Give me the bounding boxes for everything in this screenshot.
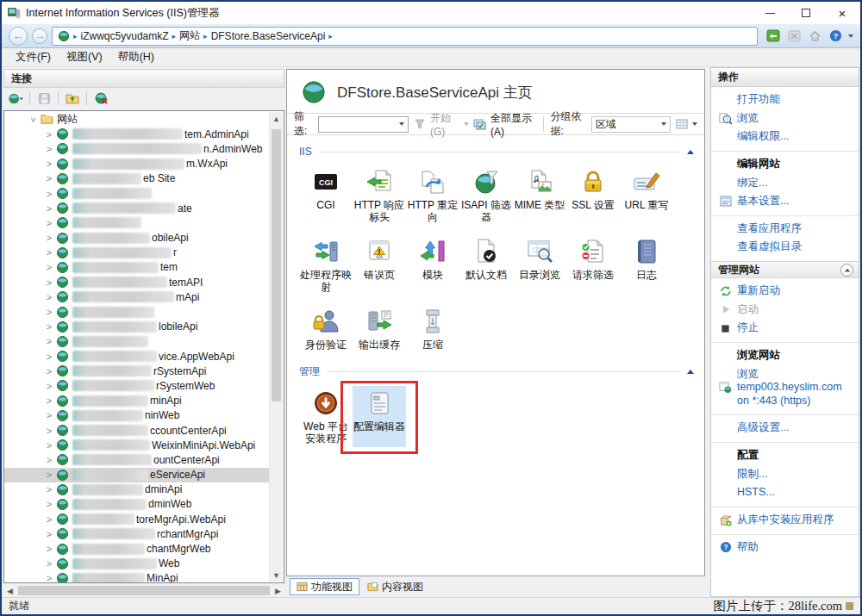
tree-site-item[interactable]: >dminWeb [4, 497, 269, 512]
breadcrumb-segment[interactable]: DFStore.BaseServiceApi [211, 30, 326, 42]
action-item[interactable]: 查看应用程序 [711, 220, 859, 239]
maximize-button[interactable] [788, 2, 824, 24]
expand-twisty-icon[interactable]: > [44, 336, 54, 346]
action-item[interactable]: 浏览 [711, 109, 859, 128]
save-connections-icon[interactable] [35, 90, 53, 106]
expand-twisty-icon[interactable]: > [44, 366, 54, 376]
tree-site-item[interactable]: >mApi [4, 289, 269, 304]
tree-site-item[interactable]: > [4, 215, 269, 230]
expand-twisty-icon[interactable]: > [44, 395, 54, 406]
help-toolbar-icon[interactable]: ? [828, 29, 843, 43]
feature-logging[interactable]: 日志 [620, 234, 673, 296]
tab-features-view[interactable]: 功能视图 [290, 578, 359, 595]
tree-site-item[interactable]: >minApi [4, 394, 269, 408]
menu-item[interactable]: 帮助(H) [111, 48, 161, 66]
back-button[interactable]: ← [9, 27, 28, 46]
expand-twisty-icon[interactable]: > [44, 381, 54, 391]
feature-http-redirect[interactable]: HTTP 重定向 [406, 165, 459, 226]
close-button[interactable]: × [824, 2, 860, 24]
action-item[interactable]: 停止 [711, 319, 859, 338]
feature-mime-types[interactable]: MIME 类型 [513, 165, 566, 226]
expand-twisty-icon[interactable]: > [44, 144, 54, 154]
expand-twisty-icon[interactable]: > [44, 277, 54, 288]
expand-twisty-icon[interactable]: > [44, 484, 54, 495]
expand-twisty-icon[interactable]: > [44, 558, 54, 569]
feature-modules[interactable]: 模块 [406, 234, 459, 296]
expand-twisty-icon[interactable]: > [44, 321, 54, 332]
feature-configuration-editor[interactable]: 配置编辑器 [353, 386, 406, 447]
action-item[interactable]: 限制... [711, 465, 859, 484]
webpi-toolbar-icon[interactable] [765, 29, 781, 43]
menu-item[interactable]: 视图(V) [59, 48, 109, 66]
feature-error-pages[interactable]: 404错误页 [353, 234, 406, 296]
tree-site-item[interactable]: >ccountCenterApi [4, 423, 269, 438]
action-item[interactable]: 启动 [711, 301, 859, 320]
action-item[interactable]: 绑定... [711, 174, 859, 193]
expand-twisty-icon[interactable]: > [44, 129, 54, 140]
action-item[interactable]: 查看虚拟目录 [711, 238, 859, 257]
action-item[interactable]: HSTS... [711, 483, 859, 502]
tree-site-item[interactable]: >n.AdminWeb [4, 141, 269, 156]
expand-twisty-icon[interactable]: > [44, 455, 54, 465]
action-item[interactable]: 浏览 temp003.heyslim.com on *:443 (https) [711, 365, 859, 411]
action-item[interactable]: 编辑权限... [711, 128, 859, 146]
action-item[interactable]: 打开功能 [711, 90, 859, 109]
expand-twisty-icon[interactable]: > [44, 262, 54, 272]
expand-twisty-icon[interactable]: > [44, 292, 54, 302]
feature-url-rewrite[interactable]: URL 重写 [620, 165, 673, 226]
feature-handler-mappings[interactable]: 处理程序映射 [299, 234, 353, 296]
tree-site-item[interactable]: >ate [4, 201, 269, 215]
collapse-group-icon[interactable] [687, 150, 694, 154]
tree-site-item[interactable]: >ountCenterApi [4, 452, 269, 467]
expand-twisty-icon[interactable]: > [28, 115, 39, 125]
action-item[interactable]: ?帮助 [711, 538, 859, 557]
tree-site-item[interactable]: >rSystemWeb [4, 378, 269, 393]
expand-twisty-icon[interactable]: > [44, 307, 54, 317]
menu-item[interactable]: 文件(F) [9, 48, 58, 66]
tree-root-websites[interactable]: >网站 [4, 112, 269, 127]
tree-site-item[interactable]: >eb Site [4, 171, 269, 186]
forward-button[interactable]: → [32, 28, 47, 44]
help-dropdown-caret-icon[interactable] [848, 34, 853, 38]
expand-twisty-icon[interactable]: > [44, 173, 54, 184]
tree-vertical-scrollbar[interactable]: ▲ ▼ [269, 112, 283, 582]
group-by-select[interactable]: 区域 [591, 116, 671, 133]
breadcrumb[interactable]: ▸iZwwqc5yvudamkZ▸网站▸DFStore.BaseServiceA… [52, 27, 758, 46]
tree-site-item[interactable]: >toreMgrApi.WebApi [4, 512, 269, 526]
expand-twisty-icon[interactable]: > [44, 470, 54, 480]
expand-twisty-icon[interactable]: > [44, 440, 54, 451]
view-mode-icon[interactable] [675, 117, 688, 131]
collapse-section-button[interactable] [840, 264, 853, 277]
action-item[interactable]: 高级设置... [711, 419, 859, 438]
feature-web-platform-installer[interactable]: Web 平台安装程序 [299, 386, 353, 447]
action-item[interactable]: 重新启动 [711, 282, 859, 301]
tree-site-item[interactable]: >WeixinMiniApi.WebApi [4, 438, 269, 452]
tree-site-item[interactable]: >obileApi [4, 231, 269, 246]
expand-twisty-icon[interactable]: > [44, 233, 54, 243]
tree-site-item[interactable]: >r [4, 246, 269, 260]
tree-site-item[interactable]: > [4, 186, 269, 201]
expand-twisty-icon[interactable]: > [44, 410, 54, 420]
expand-twisty-icon[interactable]: > [44, 573, 54, 583]
feature-http-response-headers[interactable]: HTTP 响应标头 [353, 165, 406, 226]
breadcrumb-segment[interactable]: 网站 [179, 28, 200, 43]
tree-site-item[interactable]: >m.WxApi [4, 157, 269, 171]
action-item[interactable]: 基本设置... [711, 192, 859, 211]
feature-output-caching[interactable]: 输出缓存 [353, 304, 406, 352]
expand-twisty-icon[interactable]: > [44, 247, 54, 258]
expand-twisty-icon[interactable]: > [44, 189, 54, 199]
show-all-button[interactable]: 全部显示(A) [490, 111, 536, 138]
feature-authentication[interactable]: 身份验证 [299, 304, 353, 352]
tree-site-item[interactable]: >MinApi [4, 571, 269, 583]
expand-twisty-icon[interactable]: > [44, 529, 54, 539]
tree-site-item[interactable]: >eServiceApi [4, 468, 269, 482]
tree-site-item[interactable]: >rSystemApi [4, 364, 269, 378]
tree-site-item[interactable]: >rchantMgrApi [4, 526, 269, 541]
collapse-group-icon[interactable] [687, 370, 694, 374]
expand-twisty-icon[interactable]: > [44, 352, 54, 362]
filter-input[interactable] [318, 116, 409, 133]
action-item[interactable]: 从库中安装应用程序 [711, 511, 859, 530]
tree-site-item[interactable]: >dminApi [4, 482, 269, 497]
view-mode-caret-icon[interactable] [692, 122, 697, 126]
home-icon[interactable] [807, 29, 822, 43]
